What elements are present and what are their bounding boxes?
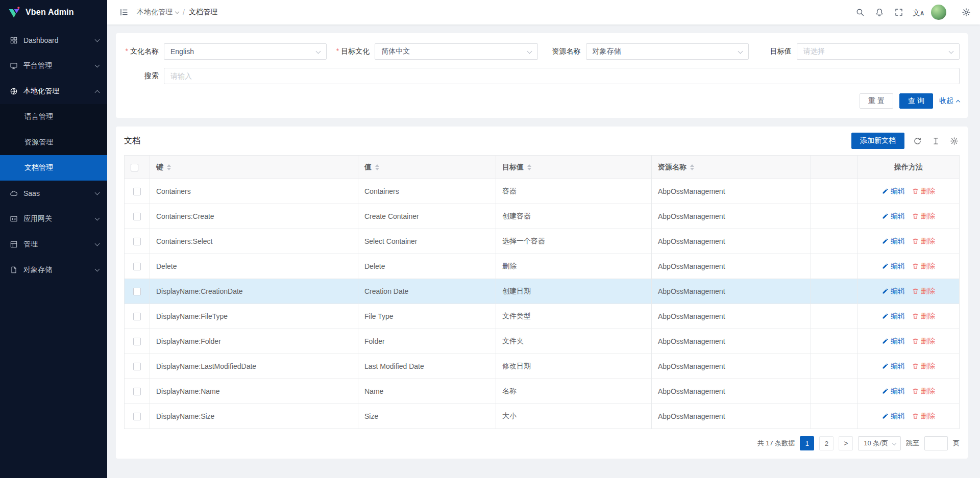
row-checkbox[interactable] (133, 363, 141, 370)
sidebar-item-language-management[interactable]: 语言管理 (0, 104, 107, 130)
next-page-button[interactable]: > (839, 436, 853, 450)
sidebar-item-label: Saas (23, 189, 95, 197)
sidebar-item-document-management[interactable]: 文档管理 (0, 155, 107, 181)
edit-link[interactable]: 编辑 (882, 237, 905, 246)
edit-link[interactable]: 编辑 (882, 412, 905, 421)
translate-icon[interactable]: 文A (909, 0, 928, 24)
edit-link[interactable]: 编辑 (882, 187, 905, 196)
delete-link[interactable]: 删除 (912, 337, 935, 346)
edit-link[interactable]: 编辑 (882, 212, 905, 221)
row-checkbox[interactable] (133, 213, 141, 220)
cell-resource: AbpOssManagement (652, 379, 811, 404)
storage-icon (9, 265, 18, 274)
pagination-total: 共 17 条数据 (757, 439, 795, 448)
query-button[interactable]: 查 询 (899, 93, 933, 109)
cell-key: DisplayName:Name (150, 379, 358, 404)
cell-key: Containers (150, 179, 358, 204)
row-checkbox[interactable] (133, 313, 141, 320)
logo[interactable]: Vben Admin (0, 0, 107, 24)
target-value-select[interactable]: 请选择 (797, 43, 960, 60)
delete-link[interactable]: 删除 (912, 387, 935, 396)
column-header-target[interactable]: 目标值 (496, 156, 652, 179)
table-toolbar: 添加新文档 (851, 133, 960, 149)
row-checkbox[interactable] (133, 238, 141, 245)
sidebar-item-localization[interactable]: 本地化管理 (0, 79, 107, 104)
search-icon[interactable] (850, 0, 870, 24)
sort-icon[interactable] (167, 164, 171, 170)
edit-link[interactable]: 编辑 (882, 337, 905, 346)
target-culture-select[interactable]: 简体中文 (375, 43, 537, 60)
sidebar-item-gateway[interactable]: 应用网关 (0, 206, 107, 232)
cell-spacer (811, 304, 858, 329)
reset-button[interactable]: 重 置 (860, 93, 893, 109)
chevron-down-icon (175, 9, 179, 13)
main-content: 文化名称 English 目标文化 简体中文 (107, 24, 980, 478)
column-header-resource[interactable]: 资源名称 (652, 156, 811, 179)
menu-fold-icon[interactable] (115, 4, 133, 21)
select-all-checkbox[interactable] (131, 164, 138, 171)
chevron-up-icon (95, 90, 100, 95)
table-row: DisplayName:CreationDateCreation Date创建日… (125, 279, 960, 304)
sidebar-item-resource-management[interactable]: 资源管理 (0, 130, 107, 155)
edit-link[interactable]: 编辑 (882, 287, 905, 296)
sidebar-item-platform[interactable]: 平台管理 (0, 53, 107, 79)
delete-link[interactable]: 删除 (912, 237, 935, 246)
edit-link[interactable]: 编辑 (882, 262, 905, 271)
column-header-actions: 操作方法 (858, 156, 960, 179)
row-checkbox[interactable] (133, 188, 141, 195)
delete-link[interactable]: 删除 (912, 187, 935, 196)
bell-icon[interactable] (870, 0, 889, 24)
fullscreen-icon[interactable] (889, 0, 909, 24)
add-document-button[interactable]: 添加新文档 (851, 133, 904, 149)
culture-name-select[interactable]: English (164, 43, 327, 60)
culture-name-label: 文化名称 (124, 47, 164, 56)
avatar[interactable] (931, 5, 946, 20)
edit-link[interactable]: 编辑 (882, 387, 905, 396)
resource-name-select[interactable]: 对象存储 (586, 43, 749, 60)
page-size-select[interactable]: 10 条/页 (858, 436, 901, 450)
delete-link[interactable]: 删除 (912, 262, 935, 271)
jump-page-input[interactable] (924, 436, 948, 450)
delete-link[interactable]: 删除 (912, 362, 935, 371)
sidebar-item-saas[interactable]: Saas (0, 181, 107, 206)
row-checkbox[interactable] (133, 288, 141, 295)
delete-link[interactable]: 删除 (912, 412, 935, 421)
sidebar-item-dashboard[interactable]: Dashboard (0, 28, 107, 53)
chevron-up-icon (956, 100, 960, 104)
breadcrumb-parent[interactable]: 本地化管理 (137, 8, 179, 17)
delete-link[interactable]: 删除 (912, 212, 935, 221)
cell-spacer (811, 329, 858, 354)
search-input[interactable] (164, 68, 960, 84)
chevron-down-icon (95, 241, 100, 246)
sidebar-item-label: 对象存储 (23, 265, 95, 274)
delete-link[interactable]: 删除 (912, 312, 935, 321)
row-checkbox[interactable] (133, 338, 141, 345)
sort-icon[interactable] (690, 164, 694, 170)
chevron-down-icon (95, 37, 100, 42)
cell-target: 名称 (496, 379, 652, 404)
settings-gear-icon[interactable] (957, 0, 976, 24)
cell-key: DisplayName:LastModifiedDate (150, 354, 358, 379)
row-checkbox[interactable] (133, 388, 141, 395)
delete-link[interactable]: 删除 (912, 287, 935, 296)
sidebar-item-admin[interactable]: 管理 (0, 232, 107, 257)
cell-resource: AbpOssManagement (652, 279, 811, 304)
table-settings-gear-icon[interactable] (948, 135, 960, 146)
refresh-icon[interactable] (912, 135, 923, 146)
cell-value: Folder (358, 329, 496, 354)
edit-link[interactable]: 编辑 (882, 362, 905, 371)
edit-link[interactable]: 编辑 (882, 312, 905, 321)
table-row: DisplayName:FolderFolder文件夹AbpOssManagem… (125, 329, 960, 354)
column-header-value[interactable]: 值 (358, 156, 496, 179)
page-button-2[interactable]: 2 (819, 436, 834, 450)
row-checkbox[interactable] (133, 413, 141, 420)
sort-icon[interactable] (527, 164, 531, 170)
row-checkbox[interactable] (133, 263, 141, 270)
page-button-1[interactable]: 1 (800, 436, 814, 450)
sidebar-item-object-storage[interactable]: 对象存储 (0, 257, 107, 283)
resource-name-label: 资源名称 (546, 47, 586, 56)
column-header-key[interactable]: 键 (150, 156, 358, 179)
sort-icon[interactable] (375, 164, 379, 170)
column-height-icon[interactable] (930, 135, 941, 146)
collapse-toggle[interactable]: 收起 (939, 96, 960, 106)
